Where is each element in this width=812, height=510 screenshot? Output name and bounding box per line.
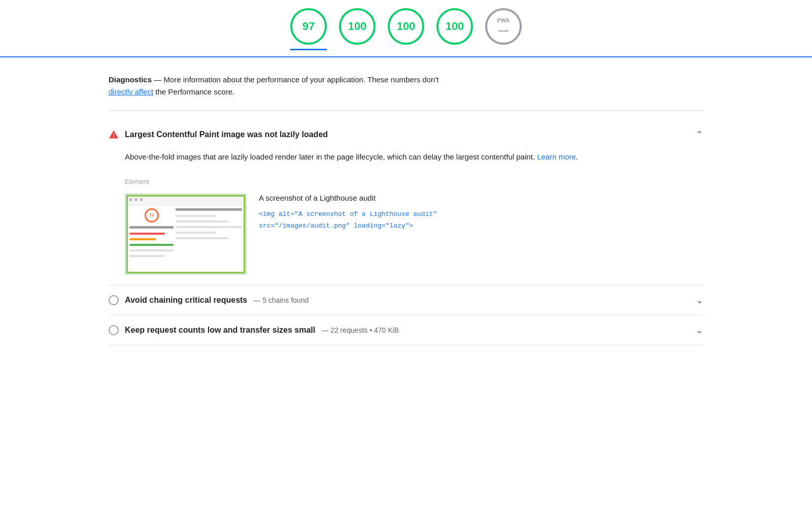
thumb-title-2 — [176, 208, 242, 211]
diagnostics-title: Diagnostics — [109, 75, 152, 84]
element-row: 73 — [125, 194, 703, 275]
audit-title-requests: Keep request counts low and transfer siz… — [125, 326, 315, 335]
audit-item-chains: Avoid chaining critical requests — 5 cha… — [109, 285, 703, 315]
thumb-dot-1 — [129, 198, 132, 201]
info-icon-requests — [109, 325, 119, 335]
score-circle-seo[interactable]: 100 — [436, 8, 473, 45]
diagnostics-link[interactable]: directly affect — [109, 87, 153, 96]
thumb-bar-10 — [176, 237, 229, 239]
diagnostics-desc2: the Performance score. — [153, 87, 234, 96]
thumb-bar-8 — [176, 226, 242, 228]
score-wrapper-accessibility: 100 — [339, 8, 376, 50]
audit-chevron-lcp[interactable]: ⌃ — [696, 129, 703, 140]
pwa-dash: — — [498, 24, 509, 36]
main-content: Diagnostics — More information about the… — [76, 57, 736, 362]
score-circle-pwa[interactable]: PWA — — [485, 8, 522, 45]
pwa-label: PWA — [497, 17, 510, 23]
thumb-left: 73 — [129, 208, 174, 270]
score-circle-performance[interactable]: 97 — [290, 8, 327, 45]
info-icon-chains — [109, 295, 119, 305]
audit-title-chains: Avoid chaining critical requests — [125, 296, 247, 305]
audit-chevron-requests[interactable]: ⌄ — [696, 325, 703, 336]
warning-icon — [109, 130, 119, 140]
thumb-bar-7 — [176, 220, 229, 222]
scores-bar: 97 100 100 100 PWA — — [0, 0, 812, 57]
audit-item-lcp: Largest Contentful Paint image was not l… — [109, 119, 703, 285]
thumb-score-area: 73 — [129, 208, 174, 222]
audit-header-left-lcp: Largest Contentful Paint image was not l… — [109, 130, 328, 140]
thumb-header — [126, 195, 245, 205]
audit-subtitle-requests: — 22 requests • 470 KiB — [321, 326, 399, 334]
audit-description-lcp: Above-the-fold images that are lazily lo… — [125, 150, 703, 164]
score-underline-accessibility — [339, 49, 376, 50]
score-underline-pwa — [485, 49, 522, 50]
screenshot-inner: 73 — [126, 195, 245, 273]
element-code-line2: src="/images/audit.png" loading="lazy"> — [259, 220, 703, 232]
divider-top — [109, 110, 703, 111]
audit-subtitle-chains: — 5 chains found — [253, 296, 309, 304]
score-wrapper-pwa: PWA — — [485, 8, 522, 50]
score-underline-performance — [290, 49, 327, 50]
thumb-bar-2 — [129, 238, 156, 240]
thumb-body: 73 — [126, 205, 245, 273]
score-wrapper-seo: 100 — [436, 8, 473, 50]
thumb-dot-3 — [140, 198, 143, 201]
score-underline-best-practices — [388, 49, 424, 50]
score-wrapper-best-practices: 100 — [388, 8, 424, 50]
element-code-line1: <img alt="A screenshot of a Lighthouse a… — [259, 208, 703, 220]
thumb-right — [176, 208, 242, 270]
audit-title-lcp: Largest Contentful Paint image was not l… — [125, 130, 328, 139]
audit-body-lcp: Above-the-fold images that are lazily lo… — [109, 140, 703, 275]
element-label: Element — [125, 178, 703, 185]
thumb-bar-6 — [176, 215, 215, 217]
diagnostics-desc: — More information about the performance… — [152, 75, 438, 84]
audit-header-requests[interactable]: Keep request counts low and transfer siz… — [109, 325, 703, 336]
element-code: <img alt="A screenshot of a Lighthouse a… — [259, 208, 703, 232]
audit-item-requests: Keep request counts low and transfer siz… — [109, 315, 703, 345]
element-title: A screenshot of a Lighthouse audit — [259, 194, 703, 202]
diagnostics-section: Diagnostics — More information about the… — [109, 74, 703, 98]
score-wrapper-performance: 97 — [290, 8, 327, 50]
thumb-bar-5 — [129, 255, 165, 257]
score-underline-seo — [436, 49, 473, 50]
thumb-score-circle: 73 — [145, 208, 159, 222]
thumb-bar-4 — [129, 249, 174, 251]
thumb-bar-1 — [129, 233, 165, 235]
thumb-dot-2 — [134, 198, 138, 201]
audit-header-left-requests: Keep request counts low and transfer siz… — [109, 325, 399, 335]
audit-header-chains[interactable]: Avoid chaining critical requests — 5 cha… — [109, 295, 703, 306]
score-circle-accessibility[interactable]: 100 — [339, 8, 376, 45]
audit-header-lcp[interactable]: Largest Contentful Paint image was not l… — [109, 129, 703, 140]
audit-header-left-chains: Avoid chaining critical requests — 5 cha… — [109, 295, 309, 305]
audit-chevron-chains[interactable]: ⌄ — [696, 295, 703, 306]
thumb-bar-9 — [176, 232, 215, 234]
score-circle-best-practices[interactable]: 100 — [388, 8, 424, 45]
thumb-title-1 — [129, 226, 174, 229]
learn-more-link[interactable]: Learn more — [537, 152, 576, 161]
thumb-bar-3 — [129, 244, 174, 246]
screenshot-thumbnail: 73 — [125, 194, 247, 275]
element-info: A screenshot of a Lighthouse audit <img … — [259, 194, 703, 232]
